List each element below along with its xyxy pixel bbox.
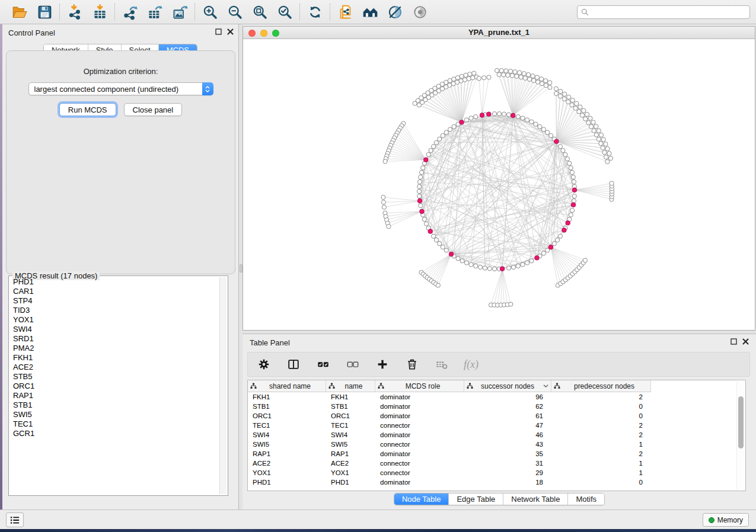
graph-node[interactable] xyxy=(558,145,562,149)
graph-node[interactable] xyxy=(570,170,574,174)
import-table-button[interactable] xyxy=(90,2,109,21)
table-cell[interactable]: dominator xyxy=(375,402,464,411)
graph-node[interactable] xyxy=(563,152,567,156)
graph-node[interactable] xyxy=(592,129,596,133)
mcds-result-item[interactable]: FKH1 xyxy=(10,353,219,363)
graph-hub-node[interactable] xyxy=(417,198,422,203)
graph-node[interactable] xyxy=(570,208,574,212)
table-cell[interactable]: 61 xyxy=(464,411,551,421)
close-panel-icon[interactable] xyxy=(742,338,749,345)
graph-node[interactable] xyxy=(562,97,566,101)
graph-node[interactable] xyxy=(452,77,456,81)
graph-node[interactable] xyxy=(563,92,567,96)
table-cell[interactable]: PHD1 xyxy=(326,477,375,487)
graph-node[interactable] xyxy=(548,85,552,89)
mcds-result-item[interactable]: PMA2 xyxy=(10,344,219,353)
graph-node[interactable] xyxy=(567,95,571,99)
graph-node[interactable] xyxy=(529,259,534,263)
zoom-out-button[interactable] xyxy=(225,2,244,21)
graph-hub-node[interactable] xyxy=(460,120,464,125)
graph-hub-node[interactable] xyxy=(571,203,576,207)
graph-node[interactable] xyxy=(438,242,442,246)
column-header-MCDS-role[interactable]: MCDS role xyxy=(375,380,464,392)
table-tab-node-table[interactable]: Node Table xyxy=(394,493,449,505)
graph-node[interactable] xyxy=(441,133,445,137)
graph-node[interactable] xyxy=(525,261,529,265)
graph-node[interactable] xyxy=(422,217,426,222)
graph-node[interactable] xyxy=(497,112,501,116)
table-tab-edge-table[interactable]: Edge Table xyxy=(448,493,503,505)
delete-button[interactable] xyxy=(404,357,420,372)
graph-node[interactable] xyxy=(601,137,605,142)
table-row[interactable]: ACE2ACE2connector311 xyxy=(248,459,745,468)
table-tab-network-table[interactable]: Network Table xyxy=(503,493,567,505)
table-row[interactable]: TEC1TEC1connector472 xyxy=(248,421,745,430)
graph-node[interactable] xyxy=(534,122,538,126)
mcds-list-scrollbar[interactable] xyxy=(219,277,227,494)
graph-node[interactable] xyxy=(495,68,499,72)
table-cell[interactable]: RAP1 xyxy=(326,449,375,459)
graph-node[interactable] xyxy=(436,283,440,287)
graph-hub-node[interactable] xyxy=(535,256,540,261)
graph-node[interactable] xyxy=(417,103,421,107)
float-panel-icon[interactable] xyxy=(731,338,737,345)
graph-node[interactable] xyxy=(434,238,438,242)
graph-node[interactable] xyxy=(421,166,425,170)
graph-node[interactable] xyxy=(607,151,611,155)
table-cell[interactable]: SWI4 xyxy=(248,430,326,440)
table-scrollbar[interactable] xyxy=(736,382,744,489)
graph-node[interactable] xyxy=(417,189,421,193)
graph-node[interactable] xyxy=(471,76,475,80)
graph-node[interactable] xyxy=(417,184,422,188)
show-eye-button[interactable] xyxy=(410,2,429,21)
table-cell[interactable]: 2 xyxy=(551,421,651,430)
graph-node[interactable] xyxy=(601,146,605,150)
graph-node[interactable] xyxy=(535,75,539,79)
mcds-result-item[interactable]: ORC1 xyxy=(10,382,219,391)
graph-node[interactable] xyxy=(506,73,510,77)
graph-node[interactable] xyxy=(502,73,506,77)
graph-node[interactable] xyxy=(548,81,552,85)
graph-node[interactable] xyxy=(605,159,610,164)
delete-table-button[interactable] xyxy=(434,357,449,372)
network-window-titlebar[interactable]: YPA_prune.txt_1 xyxy=(243,27,755,39)
zoom-fit-button[interactable] xyxy=(250,2,269,21)
homes-button[interactable] xyxy=(361,2,379,21)
graph-hub-node[interactable] xyxy=(554,139,559,144)
table-cell[interactable]: 62 xyxy=(464,402,551,411)
graph-node[interactable] xyxy=(516,114,520,118)
mcds-result-item[interactable]: SWI5 xyxy=(10,410,219,419)
graph-node[interactable] xyxy=(596,137,601,141)
column-header-name[interactable]: name xyxy=(326,380,375,392)
column-header-shared-name[interactable]: shared name xyxy=(248,380,326,392)
table-cell[interactable]: 2 xyxy=(551,392,651,402)
graph-node[interactable] xyxy=(518,70,522,75)
graph-node[interactable] xyxy=(573,106,578,110)
memory-button[interactable]: Memory xyxy=(703,513,749,527)
table-cell[interactable]: 1 xyxy=(551,440,651,449)
columns-button[interactable] xyxy=(286,357,301,372)
table-cell[interactable]: SWI4 xyxy=(326,430,375,440)
graph-node[interactable] xyxy=(594,124,598,129)
graph-node[interactable] xyxy=(546,248,550,252)
graph-node[interactable] xyxy=(383,159,387,164)
graph-node[interactable] xyxy=(387,225,391,229)
graph-node[interactable] xyxy=(448,127,452,132)
graph-node[interactable] xyxy=(536,80,540,84)
graph-node[interactable] xyxy=(474,114,478,118)
mcds-result-item[interactable]: ACE2 xyxy=(10,363,219,372)
graph-node[interactable] xyxy=(567,161,572,165)
table-cell[interactable]: ACE2 xyxy=(248,459,326,468)
graph-hub-node[interactable] xyxy=(548,245,553,249)
table-cell[interactable]: ACE2 xyxy=(326,459,375,468)
graph-node[interactable] xyxy=(527,73,531,77)
table-cell[interactable]: 35 xyxy=(464,449,551,459)
graph-node[interactable] xyxy=(434,140,438,145)
table-row[interactable]: PHD1PHD1dominator180 xyxy=(248,477,745,487)
graph-node[interactable] xyxy=(570,103,574,107)
graph-node[interactable] xyxy=(429,148,433,152)
graph-node[interactable] xyxy=(455,76,460,80)
graph-node[interactable] xyxy=(522,72,526,76)
table-cell[interactable]: dominator xyxy=(375,392,464,402)
graph-hub-node[interactable] xyxy=(562,228,567,233)
